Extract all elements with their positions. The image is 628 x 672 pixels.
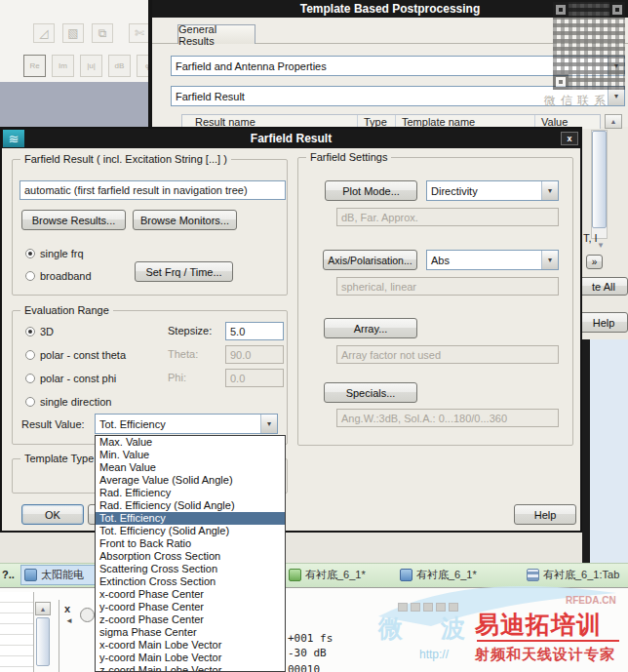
console-line: 00010 bbox=[288, 663, 320, 672]
plot-mode-info: dB, Far. Approx. bbox=[336, 208, 559, 226]
tab-general-results[interactable]: General Results bbox=[177, 24, 255, 44]
model-icon bbox=[289, 569, 301, 581]
3d-label: 3D bbox=[40, 326, 54, 337]
3d-radio[interactable] bbox=[25, 327, 35, 336]
theta-label: Theta: bbox=[168, 348, 198, 360]
broadband-radio[interactable] bbox=[25, 271, 35, 281]
result-value-combo-value: Tot. Efficiency bbox=[96, 418, 260, 430]
toolbar-icon-4[interactable]: ✄ bbox=[129, 23, 150, 43]
dropdown-item[interactable]: z-coord Main Lobe Vector bbox=[96, 664, 285, 672]
evaluate-all-button-partial[interactable]: te All bbox=[579, 277, 628, 296]
farfield-dialog-titlebar[interactable]: Farfield Result bbox=[2, 129, 580, 148]
toolbar-icon-3[interactable]: ⧉ bbox=[92, 23, 113, 43]
background-scrollbar-thumb[interactable] bbox=[592, 131, 607, 228]
toolbar-icon-1[interactable]: ◿ bbox=[33, 23, 55, 43]
dropdown-item[interactable]: Average Value (Solid Angle) bbox=[96, 474, 285, 487]
single-frq-radio[interactable] bbox=[25, 249, 35, 258]
polar-const-theta-label: polar - const theta bbox=[40, 349, 126, 361]
dropdown-item[interactable]: y-coord Main Lobe Vector bbox=[96, 652, 285, 664]
ok-button[interactable]: OK bbox=[21, 504, 84, 525]
brand-underline bbox=[477, 640, 619, 642]
result-source-input[interactable]: automatic (first farfield result in navi… bbox=[20, 180, 286, 200]
dropdown-item[interactable]: Front to Back Ratio bbox=[96, 537, 285, 550]
plot-mode-db-icon[interactable]: dB bbox=[108, 55, 131, 77]
polar-const-phi-radio[interactable] bbox=[25, 374, 35, 383]
view-panel bbox=[590, 339, 628, 563]
message-list[interactable] bbox=[0, 592, 34, 672]
http-watermark: http:// bbox=[419, 648, 449, 661]
gray-squares-decoration bbox=[398, 603, 458, 612]
set-frq-time-button[interactable]: Set Frq / Time... bbox=[135, 261, 233, 282]
dropdown-item[interactable]: Rad. Efficiency bbox=[96, 487, 285, 499]
toolbar-icon-2[interactable]: ▧ bbox=[62, 23, 84, 43]
panel-divider bbox=[59, 600, 59, 672]
dropdown-item[interactable]: x-coord Phase Center bbox=[96, 588, 285, 601]
dropdown-item[interactable]: Tot. Efficiency (Solid Angle) bbox=[96, 525, 285, 537]
tab-overflow-indicator[interactable]: ?.. bbox=[2, 569, 15, 580]
stepsize-input[interactable]: 5.0 bbox=[225, 322, 284, 340]
document-icon bbox=[24, 569, 37, 581]
dropdown-item[interactable]: Mean Value bbox=[96, 461, 285, 474]
polar-const-theta-radio[interactable] bbox=[25, 350, 35, 360]
theta-input: 90.0 bbox=[225, 345, 284, 364]
chevron-down-icon[interactable]: ▾ bbox=[541, 251, 558, 269]
document-tab-1[interactable]: 有衬底_6_1* bbox=[289, 568, 366, 582]
template-type-group-label: Template Type bbox=[20, 453, 98, 464]
tab-label: 有衬底_6_1* bbox=[305, 568, 366, 582]
result-value-dropdown-list[interactable]: Max. ValueMin. ValueMean ValueAverage Va… bbox=[95, 435, 286, 672]
chevron-right-button[interactable]: » bbox=[586, 255, 603, 269]
plot-mode-im-icon[interactable]: Im bbox=[52, 55, 74, 77]
array-button[interactable]: Array... bbox=[324, 318, 417, 338]
panel-collapse-icon[interactable]: ◄ bbox=[65, 616, 73, 625]
single-direction-label: single direction bbox=[40, 396, 111, 408]
brand-watermark: 易迪拓培训 bbox=[475, 609, 602, 641]
scroll-down-icon[interactable]: ▼ bbox=[597, 241, 605, 250]
template-combo-value: Farfield Result bbox=[172, 91, 608, 102]
panel-circle-icon[interactable] bbox=[80, 608, 95, 622]
plot-mode-button[interactable]: Plot Mode... bbox=[325, 180, 417, 201]
help-button[interactable]: Help bbox=[514, 504, 576, 525]
rfeda-watermark: RFEDA.CN bbox=[566, 595, 616, 606]
dropdown-item[interactable]: z-coord Phase Center bbox=[96, 613, 285, 626]
dropdown-item[interactable]: Rad. Efficiency (Solid Angle) bbox=[96, 499, 285, 512]
axis-polarisation-combo[interactable]: Abs ▾ bbox=[426, 250, 559, 270]
console-line: +001 fs bbox=[288, 632, 333, 645]
dropdown-item[interactable]: Extinction Cross Section bbox=[96, 575, 285, 588]
single-direction-radio[interactable] bbox=[25, 397, 35, 407]
dropdown-item[interactable]: Min. Value bbox=[96, 449, 285, 461]
plot-mode-mag-icon[interactable]: |u| bbox=[80, 55, 102, 77]
category-combo-value: Farfield and Antenna Properties bbox=[172, 60, 608, 72]
dropdown-item[interactable]: x-coord Main Lobe Vector bbox=[96, 639, 285, 652]
list-scroll-up-button[interactable]: ▲ bbox=[35, 602, 51, 615]
wave-app-icon: ≋ bbox=[3, 130, 24, 147]
result-value-label: Result Value: bbox=[21, 418, 85, 430]
dropdown-item[interactable]: Tot. Efficiency bbox=[96, 512, 285, 525]
document-tab-solar[interactable]: 太阳能电 bbox=[20, 565, 97, 585]
farfield-dialog-title: Farfield Result bbox=[251, 132, 332, 145]
evaluation-range-group-label: Evaluation Range bbox=[20, 304, 113, 316]
qr-code bbox=[553, 2, 625, 90]
axis-polarisation-button[interactable]: Axis/Polarisation... bbox=[323, 250, 417, 270]
dropdown-item[interactable]: sigma Phase Center bbox=[96, 626, 285, 639]
browse-results-button[interactable]: Browse Results... bbox=[21, 210, 126, 230]
dropdown-item[interactable]: Absorption Cross Section bbox=[96, 550, 285, 563]
dropdown-item[interactable]: Scattering Cross Section bbox=[96, 563, 285, 575]
browse-monitors-button[interactable]: Browse Monitors... bbox=[133, 210, 237, 230]
chevron-down-icon[interactable]: ▾ bbox=[541, 181, 558, 200]
specials-info: Ang.W.:3dB, Sol.A.: 0...180/0...360 bbox=[336, 409, 559, 427]
chevron-down-icon[interactable]: ▾ bbox=[260, 415, 277, 433]
specials-button[interactable]: Specials... bbox=[324, 382, 417, 403]
panel-close-icon[interactable]: x bbox=[64, 603, 70, 614]
polar-const-phi-label: polar - const phi bbox=[40, 373, 116, 384]
dropdown-item[interactable]: Max. Value bbox=[96, 436, 285, 449]
close-button[interactable]: x bbox=[561, 132, 578, 145]
result-value-combo[interactable]: Tot. Efficiency ▾ bbox=[95, 414, 278, 434]
plot-mode-combo[interactable]: Directivity ▾ bbox=[426, 180, 559, 201]
list-scrollbar-thumb[interactable] bbox=[36, 617, 50, 666]
clipped-text: T, I bbox=[583, 232, 598, 244]
dropdown-item[interactable]: y-coord Phase Center bbox=[96, 601, 285, 613]
table-scroll-up-button[interactable]: ▲ bbox=[605, 114, 622, 129]
plot-mode-re-icon[interactable]: Re bbox=[23, 55, 46, 77]
background-help-button-partial[interactable]: Help bbox=[579, 312, 628, 333]
weibo-watermark: 微 波 bbox=[378, 613, 481, 645]
